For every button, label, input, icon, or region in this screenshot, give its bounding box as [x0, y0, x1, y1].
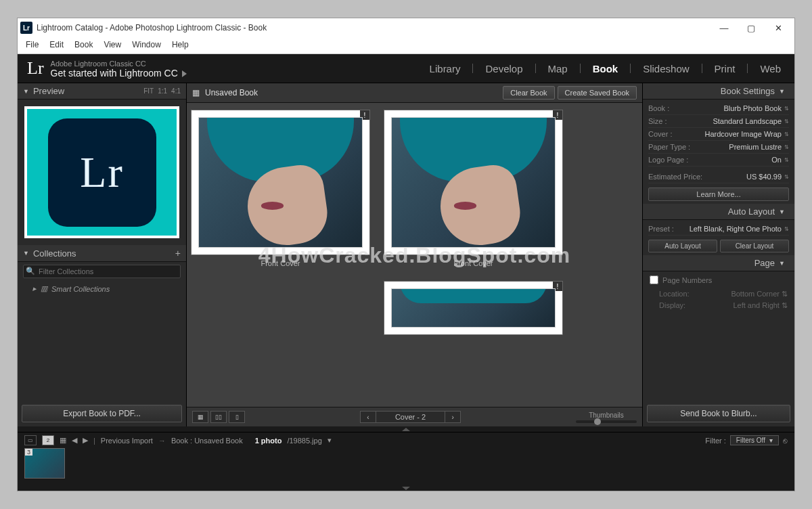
preset-row[interactable]: Preset :Left Blank, Right One Photo⇅ — [648, 223, 789, 236]
page-panel-header[interactable]: Page ▼ — [643, 255, 794, 271]
app-body: Lr Adobe Lightroom Classic CC Get starte… — [18, 54, 794, 491]
search-icon: 🔍 — [26, 267, 35, 275]
center-bottom-bar: ▦ ▯▯ ▯ ‹ Cover - 2 › Thumbnails — [187, 407, 642, 426]
pages-area[interactable]: ! Front Cover ! Front Cover — [187, 103, 642, 407]
auto-layout-header[interactable]: Auto Layout ▼ — [643, 204, 794, 220]
setting-book[interactable]: Book :Blurb Photo Book⇅ — [648, 102, 789, 115]
page-partial[interactable]: ! — [384, 281, 563, 335]
collections-body: 🔍 ▸ ▥ Smart Collections — [18, 262, 186, 303]
select-icon: ⇅ — [784, 144, 789, 150]
menu-file[interactable]: File — [22, 39, 43, 51]
book-title: Unsaved Book — [205, 88, 500, 97]
menu-edit[interactable]: Edit — [45, 39, 68, 51]
filmstrip-next-arrow[interactable]: ▶ — [83, 436, 88, 445]
filter-lock-icon[interactable]: ⎋ — [783, 437, 788, 445]
zoom-fit[interactable]: FIT — [143, 87, 154, 95]
filmstrip-source[interactable]: Previous Import — [101, 437, 153, 445]
titlebar: Lr Lightroom Catalog - Adobe Photoshop L… — [18, 18, 794, 37]
view-mode-buttons: ▦ ▯▯ ▯ — [192, 411, 245, 423]
page-numbers-input[interactable] — [650, 275, 658, 284]
setting-size[interactable]: Size :Standard Landscape⇅ — [648, 115, 789, 128]
filmstrip-grid-icon[interactable]: ▦ — [60, 436, 66, 445]
filter-collections-input[interactable] — [23, 265, 181, 278]
preview-panel-header[interactable]: ▼ Preview FIT 1:1 4:1 — [18, 83, 186, 99]
select-icon: ⇅ — [784, 106, 789, 112]
zoom-1-1[interactable]: 1:1 — [158, 87, 167, 95]
dropdown-icon[interactable]: ▾ — [328, 436, 332, 445]
export-book-button[interactable]: Export Book to PDF... — [22, 405, 182, 422]
menu-view[interactable]: View — [99, 39, 125, 51]
create-saved-book-button[interactable]: Create Saved Book — [558, 86, 637, 99]
select-icon: ⇅ — [784, 118, 789, 125]
filmstrip-filename: /19885.jpg — [287, 437, 321, 445]
chevron-down-icon: ▾ — [769, 437, 773, 444]
clear-layout-button[interactable]: Clear Layout — [720, 240, 789, 252]
collections-panel-header[interactable]: ▼ Collections + — [18, 245, 186, 262]
logo-text: Adobe Lightroom Classic CC Get started w… — [51, 59, 187, 78]
filmstrip-bar: ▭ 2 ▦ ◀ ▶ | Previous Import → Book : Uns… — [24, 435, 788, 445]
add-collection-button[interactable]: + — [175, 248, 181, 259]
auto-layout-button[interactable]: Auto Layout — [648, 240, 717, 252]
view-single-button[interactable]: ▯ — [229, 411, 245, 423]
minimize-button[interactable]: — — [710, 19, 738, 37]
window-title: Lightroom Catalog - Adobe Photoshop Ligh… — [37, 23, 267, 32]
filmstrip-prev-arrow[interactable]: ◀ — [72, 436, 77, 445]
pager-prev-button[interactable]: ‹ — [360, 411, 376, 423]
center-area: ▦ Unsaved Book Clear Book Create Saved B… — [187, 83, 642, 426]
view-grid-button[interactable]: ▦ — [192, 411, 208, 423]
menu-book[interactable]: Book — [70, 39, 97, 51]
view-spread-button[interactable]: ▯▯ — [210, 411, 227, 423]
logo-line2[interactable]: Get started with Lightroom CC — [51, 68, 187, 78]
preview-body: Lr — [18, 99, 186, 245]
module-print[interactable]: Print — [715, 63, 736, 74]
module-library[interactable]: Library — [430, 63, 461, 74]
preview-image[interactable]: Lr — [24, 106, 179, 238]
page-front-cover-1[interactable]: ! Front Cover — [191, 110, 370, 267]
collections-title: Collections — [33, 248, 76, 259]
filmstrip-book-label[interactable]: Book : Unsaved Book — [171, 437, 243, 445]
chevron-down-icon: ▼ — [779, 88, 785, 95]
filmstrip-grabber[interactable] — [18, 426, 794, 432]
secondary-display-icon[interactable]: 2 — [42, 435, 54, 445]
pager-label: Cover - 2 — [376, 411, 445, 423]
learn-more-button[interactable]: Learn More... — [648, 187, 789, 201]
book-settings-header[interactable]: Book Settings ▼ — [643, 83, 794, 99]
module-web[interactable]: Web — [760, 63, 781, 74]
setting-price: Estimated Price:US $40.99⇅ — [648, 171, 789, 183]
close-button[interactable]: ✕ — [765, 19, 792, 37]
chevron-down-icon: ▼ — [23, 88, 29, 95]
preview-zoom-opts: FIT 1:1 4:1 — [143, 87, 181, 95]
select-icon: ⇅ — [784, 157, 789, 163]
module-map[interactable]: Map — [548, 63, 568, 74]
menu-window[interactable]: Window — [128, 39, 165, 51]
page-panel-title: Page — [754, 258, 775, 268]
menu-help[interactable]: Help — [168, 39, 193, 51]
location-row: Location:Bottom Corner ⇅ — [650, 288, 788, 300]
setting-logo[interactable]: Logo Page :On⇅ — [648, 154, 789, 167]
page-numbers-checkbox[interactable]: Page Numbers — [650, 275, 788, 284]
grid-icon[interactable]: ▦ — [192, 88, 200, 97]
module-slideshow[interactable]: Slideshow — [643, 63, 689, 74]
page-panel-body: Page Numbers Location:Bottom Corner ⇅ Di… — [643, 271, 794, 315]
module-book[interactable]: Book — [593, 63, 618, 74]
center-top-bar: ▦ Unsaved Book Clear Book Create Saved B… — [187, 83, 642, 103]
module-develop[interactable]: Develop — [485, 63, 522, 74]
send-to-blurb-button[interactable]: Send Book to Blurb... — [647, 405, 790, 422]
smart-collections-row[interactable]: ▸ ▥ Smart Collections — [23, 282, 181, 295]
clear-book-button[interactable]: Clear Book — [503, 86, 554, 99]
setting-paper[interactable]: Paper Type :Premium Lustre⇅ — [648, 141, 789, 154]
page-front-cover-2[interactable]: ! Front Cover — [384, 110, 563, 267]
pager-next-button[interactable]: › — [445, 411, 461, 423]
thumbnails-slider[interactable] — [576, 420, 637, 423]
primary-display-icon[interactable]: ▭ — [24, 435, 37, 445]
module-picker: Library Develop Map Book Slideshow Print… — [430, 63, 781, 74]
logo-area: Lr Adobe Lightroom Classic CC Get starte… — [27, 58, 187, 79]
bottom-grabber[interactable] — [18, 485, 794, 491]
zoom-4-1[interactable]: 4:1 — [171, 87, 181, 95]
display-row: Display:Left and Right ⇅ — [650, 300, 788, 311]
filmstrip-thumb[interactable]: 3 — [24, 448, 65, 479]
filter-select[interactable]: Filters Off▾ — [730, 435, 779, 445]
maximize-button[interactable]: ▢ — [738, 19, 765, 37]
setting-cover[interactable]: Cover :Hardcover Image Wrap⇅ — [648, 128, 789, 141]
slider-handle[interactable] — [594, 418, 601, 425]
